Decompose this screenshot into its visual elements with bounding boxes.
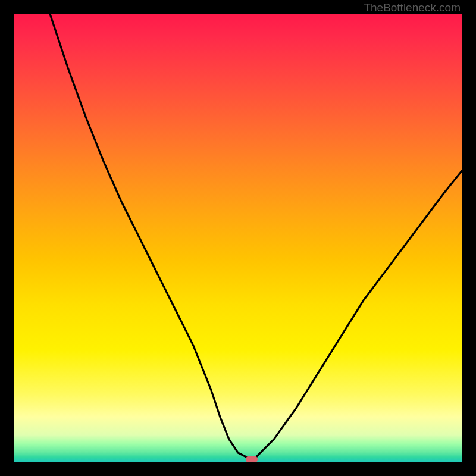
optimal-marker <box>246 456 258 462</box>
plot-area <box>14 14 462 462</box>
bottleneck-curve <box>50 14 462 458</box>
curve-svg <box>14 14 462 462</box>
watermark-text: TheBottleneck.com <box>364 1 461 14</box>
chart-frame: TheBottleneck.com <box>0 0 476 476</box>
